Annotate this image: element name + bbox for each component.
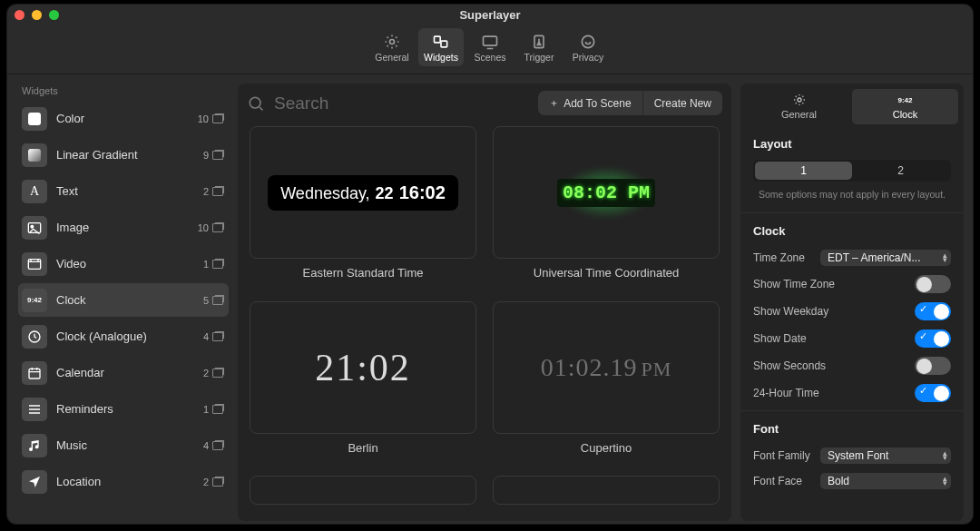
preview-extra-1[interactable] [250, 476, 476, 505]
sidebar-item-count: 4 [203, 331, 223, 342]
add-to-scene-button[interactable]: ＋ Add To Scene [538, 91, 642, 115]
card-caption: Universal Time Coordinated [534, 266, 679, 280]
layout-option-2[interactable]: 2 [852, 162, 949, 180]
tab-label: General [375, 52, 408, 63]
search-input[interactable] [272, 93, 527, 114]
sidebar-item-calendar[interactable]: Calendar 2 [18, 356, 229, 389]
sidebar-item-gradient[interactable]: Linear Gradient 9 [18, 138, 229, 172]
sidebar-item-label: Color [56, 112, 198, 125]
window-title: Superlayer [7, 8, 973, 22]
sidebar-item-label: Linear Gradient [56, 148, 203, 162]
chevron-updown-icon: ▴▾ [943, 253, 947, 263]
font-heading: Font [740, 415, 964, 443]
sidebar-item-clock-analogue[interactable]: Clock (Analogue) 4 [18, 320, 229, 353]
button-label: Add To Scene [564, 97, 632, 110]
tz-select[interactable]: EDT – America/N... ▴▾ [820, 250, 951, 266]
clock-heading: Clock [740, 217, 964, 245]
chevron-updown-icon: ▴▾ [943, 477, 947, 487]
stack-icon [212, 187, 223, 196]
main-toolbar: General Widgets Scenes Trigger Privacy [7, 25, 973, 74]
sidebar-item-label: Calendar [56, 366, 203, 379]
show-weekday-label: Show Weekday [753, 305, 828, 318]
preview-berlin[interactable]: 21:02 [250, 301, 476, 434]
sidebar-item-location[interactable]: Location 2 [18, 465, 229, 498]
music-icon [22, 434, 47, 457]
preview-cupertino[interactable]: 01:02.19PM [493, 301, 720, 434]
plus-icon: ＋ [549, 96, 559, 110]
create-new-button[interactable]: Create New [642, 91, 722, 115]
sidebar-item-count: 2 [203, 368, 223, 379]
video-icon [22, 252, 47, 276]
chevron-updown-icon: ▴▾ [943, 451, 947, 461]
sidebar-item-count: 2 [203, 186, 223, 197]
sidebar-item-label: Location [56, 475, 203, 488]
font-family-select[interactable]: System Font ▴▾ [820, 447, 951, 464]
svg-point-11 [250, 97, 260, 108]
tab-label: Widgets [424, 52, 458, 63]
stack-icon [212, 405, 223, 414]
tab-label: General [781, 109, 817, 120]
preview-weekday: Wednesday, [280, 184, 369, 203]
preview-utc[interactable]: 08:02 PM [493, 126, 720, 259]
tab-scenes[interactable]: Scenes [467, 28, 513, 66]
privacy-icon [579, 33, 597, 51]
svg-point-12 [798, 98, 801, 102]
gear-icon [383, 33, 401, 51]
preview-est[interactable]: Wednesday, 22 16:02 [250, 126, 476, 259]
preview-extra-2[interactable] [493, 476, 720, 505]
tz-label: Time Zone [753, 251, 805, 264]
text-icon: A [22, 180, 47, 203]
svg-rect-3 [484, 36, 497, 45]
card-caption: Berlin [348, 441, 377, 455]
sidebar-item-image[interactable]: Image 10 [18, 211, 229, 244]
card-caption: Eastern Standard Time [303, 266, 424, 280]
sidebar-item-count: 1 [203, 404, 223, 415]
stack-icon [212, 441, 223, 450]
inspector-tab-general[interactable]: General [746, 89, 852, 124]
show-tz-label: Show Time Zone [753, 278, 835, 290]
h24-toggle[interactable] [915, 384, 951, 402]
tab-trigger[interactable]: Trigger [516, 28, 562, 66]
sidebar-item-clock[interactable]: 9:42 Clock 5 [18, 283, 229, 317]
preview-time: 01:02.19PM [541, 353, 672, 382]
card-caption: Cupertino [581, 441, 632, 455]
tab-widgets[interactable]: Widgets [418, 28, 464, 66]
show-date-label: Show Date [753, 332, 807, 345]
svg-rect-2 [441, 41, 447, 47]
font-face-value: Bold [828, 475, 849, 487]
sidebar-item-count: 2 [203, 477, 223, 487]
svg-point-5 [582, 35, 593, 47]
tab-general[interactable]: General [369, 28, 415, 66]
sidebar-item-color[interactable]: Color 10 [18, 102, 229, 135]
sidebar-item-label: Clock [56, 293, 203, 307]
tab-privacy[interactable]: Privacy [565, 28, 611, 66]
titlebar: Superlayer [7, 5, 973, 25]
analogue-clock-icon [22, 325, 47, 349]
stack-icon [212, 114, 223, 123]
sidebar-item-text[interactable]: A Text 2 [18, 174, 229, 208]
layout-option-1[interactable]: 1 [755, 162, 852, 180]
digital-clock-icon: 9:42 [898, 93, 913, 107]
layout-note: Some options may not apply in every layo… [740, 185, 964, 209]
sidebar-item-reminders[interactable]: Reminders 1 [18, 392, 229, 426]
font-family-label: Font Family [753, 449, 810, 462]
location-icon [22, 470, 47, 494]
font-face-select[interactable]: Bold ▴▾ [820, 473, 951, 489]
svg-point-0 [390, 40, 395, 44]
sidebar-item-music[interactable]: Music 4 [18, 428, 229, 462]
stack-icon [212, 296, 223, 305]
show-date-toggle[interactable] [915, 329, 951, 348]
show-tz-toggle[interactable] [915, 275, 951, 293]
button-label: Create New [654, 97, 711, 110]
inspector-tab-clock[interactable]: 9:42 Clock [852, 89, 958, 124]
show-weekday-toggle[interactable] [915, 302, 951, 320]
calendar-icon [22, 361, 47, 385]
show-seconds-toggle[interactable] [915, 357, 951, 375]
stack-icon [212, 332, 223, 341]
sidebar-item-count: 10 [198, 113, 223, 124]
sidebar-item-label: Reminders [56, 402, 203, 416]
tz-value: EDT – America/N... [828, 251, 920, 264]
sidebar-item-video[interactable]: Video 1 [18, 247, 229, 280]
digital-clock-icon: 9:42 [22, 289, 47, 312]
sidebar-title: Widgets [18, 84, 229, 102]
